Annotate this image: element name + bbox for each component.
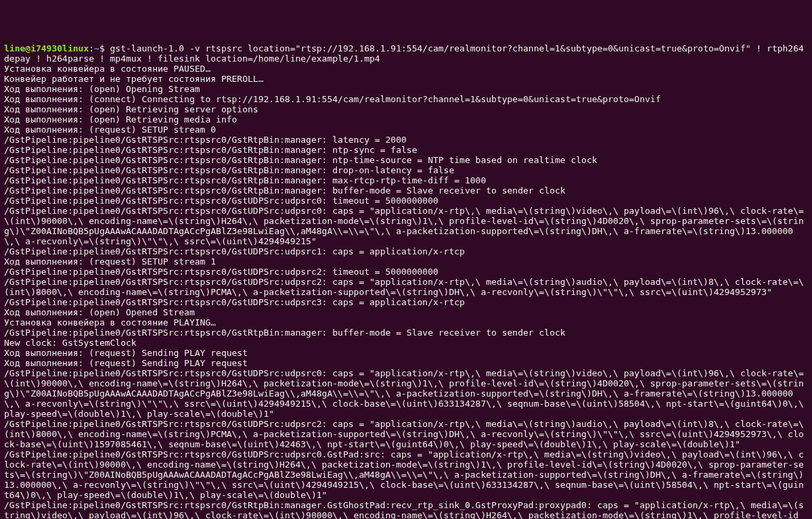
output-line: /GstPipeline:pipeline0/GstRTSPSrc:rtspsr… <box>4 328 808 338</box>
output-line: Установка конвейера в состояние PAUSED… <box>4 64 808 74</box>
output-line: /GstPipeline:pipeline0/GstRTSPSrc:rtspsr… <box>4 449 808 500</box>
terminal-window[interactable]: line@i74930linux:~$ gst-launch-1.0 -v rt… <box>0 41 812 519</box>
output-line: /GstPipeline:pipeline0/GstRTSPSrc:rtspsr… <box>4 246 808 256</box>
prompt-user-host: line@i74930linux <box>4 43 89 53</box>
output-line: Конвейер работает и не требует состояния… <box>4 74 808 84</box>
command-text: gst-launch-1.0 -v rtspsrc location="rtsp… <box>4 43 804 64</box>
output-line: /GstPipeline:pipeline0/GstRTSPSrc:rtspsr… <box>4 277 808 297</box>
output-line: /GstPipeline:pipeline0/GstRTSPSrc:rtspsr… <box>4 206 808 246</box>
output-line: Ход выполнения: (request) SETUP stream 1 <box>4 256 808 267</box>
output-line: New clock: GstSystemClock <box>4 338 808 348</box>
output-line: /GstPipeline:pipeline0/GstRTSPSrc:rtspsr… <box>4 419 808 449</box>
prompt-line[interactable]: line@i74930linux:~$ gst-launch-1.0 -v rt… <box>4 43 808 64</box>
output-line: /GstPipeline:pipeline0/GstRTSPSrc:rtspsr… <box>4 196 808 206</box>
prompt-dollar: $ <box>99 43 110 53</box>
output-line: /GstPipeline:pipeline0/GstRTSPSrc:rtspsr… <box>4 175 808 185</box>
output-line: /GstPipeline:pipeline0/GstRTSPSrc:rtspsr… <box>4 297 808 307</box>
output-line: Ход выполнения: (open) Retrieving media … <box>4 114 808 125</box>
output-line: Ход выполнения: (connect) Connecting to … <box>4 94 808 104</box>
output-line: /GstPipeline:pipeline0/GstRTSPSrc:rtspsr… <box>4 155 808 165</box>
output-line: /GstPipeline:pipeline0/GstRTSPSrc:rtspsr… <box>4 135 808 145</box>
output-line: Ход выполнения: (open) Opened Stream <box>4 307 808 317</box>
output-line: /GstPipeline:pipeline0/GstRTSPSrc:rtspsr… <box>4 368 808 419</box>
output-line: Ход выполнения: (request) Sending PLAY r… <box>4 348 808 358</box>
output-line: Ход выполнения: (open) Opening Stream <box>4 84 808 94</box>
output-line: /GstPipeline:pipeline0/GstRTSPSrc:rtspsr… <box>4 145 808 155</box>
output-line: /GstPipeline:pipeline0/GstRTSPSrc:rtspsr… <box>4 165 808 175</box>
output-line: Ход выполнения: (request) Sending PLAY r… <box>4 358 808 368</box>
output-line: Ход выполнения: (open) Retrieving server… <box>4 104 808 114</box>
output-line: /GstPipeline:pipeline0/GstRTSPSrc:rtspsr… <box>4 500 808 519</box>
output-line: /GstPipeline:pipeline0/GstRTSPSrc:rtspsr… <box>4 267 808 277</box>
output-line: /GstPipeline:pipeline0/GstRTSPSrc:rtspsr… <box>4 185 808 196</box>
output-line: Ход выполнения: (request) SETUP stream 0 <box>4 125 808 135</box>
prompt-colon: : <box>89 43 94 53</box>
prompt-path: ~ <box>94 43 99 53</box>
output-line: Установка конвейера в состояние PLAYING… <box>4 317 808 328</box>
